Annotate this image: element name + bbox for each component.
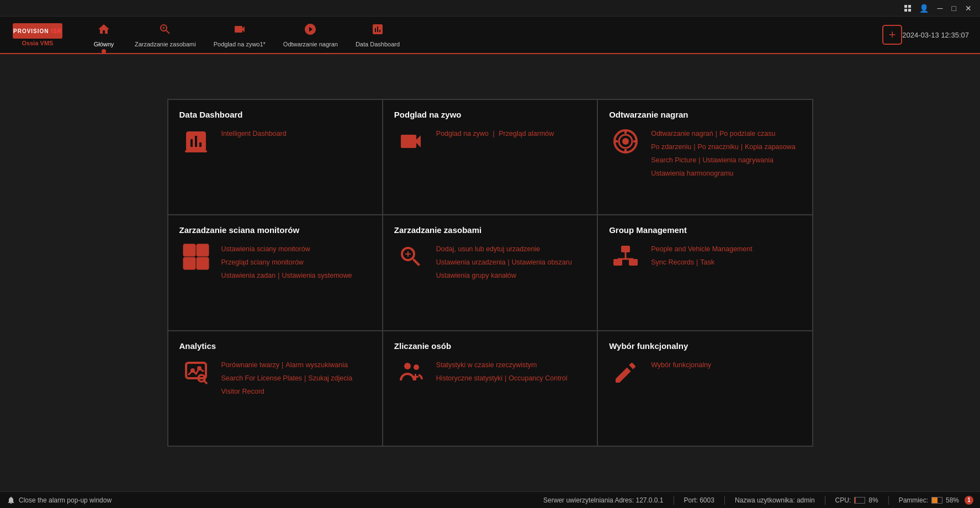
tools-card-icon	[398, 244, 424, 270]
card-title-podglad: Podglad na zywo	[394, 110, 586, 119]
svg-point-2	[622, 138, 629, 145]
card-body-data-dashboard: Intelligent Dashboard	[179, 128, 371, 155]
link-people-vehicle[interactable]: People and Vehicle Management	[651, 244, 752, 255]
add-tab-button[interactable]: +	[882, 25, 902, 45]
nav-item-zywo[interactable]: Podglad na zywo1*	[205, 16, 274, 54]
card-title-wybor: Wybór funkcjonalny	[609, 341, 801, 351]
server-section: Serwer uwierzytelniania Adres: 127.0.0.1	[543, 496, 663, 504]
dashboard-icon	[183, 128, 209, 155]
wybor-icon-wrap	[609, 359, 642, 386]
link-przeglad-sciany[interactable]: Przegląd sciany monitorów	[221, 257, 352, 268]
nav-item-zasoby[interactable]: Zarzadzanie zasobami	[126, 16, 205, 54]
link-wybor-funkcjonalny[interactable]: Wybór funkcjonalny	[651, 359, 711, 371]
minimize-button[interactable]: ─	[935, 3, 946, 14]
notification-badge[interactable]: 1	[965, 496, 973, 505]
link-ustawienia-harmonogramu[interactable]: Ustawienia harmonogramu	[651, 168, 796, 179]
card-podglad-na-zywo[interactable]: Podglad na zywo Podglad na zywo | Przegl…	[383, 99, 597, 215]
card-links-group: People and Vehicle Management Sync Recor…	[651, 244, 752, 268]
card-links-podglad: Podglad na zywo | Przegląd alarmów	[436, 128, 554, 139]
chart-icon	[371, 23, 384, 39]
link-podglad-zywo[interactable]: Podglad na zywo | Przegląd alarmów	[436, 128, 554, 139]
card-group-management[interactable]: Group Management People and Vehicle Mana…	[597, 215, 812, 330]
status-divider-2	[724, 496, 725, 505]
home-icon	[97, 23, 110, 39]
svg-rect-13	[613, 259, 622, 266]
card-links-odtwarzanie: Odtwarzanie nagrań|Po podziale czasu Po …	[651, 128, 796, 179]
status-divider-3	[825, 496, 825, 505]
dashboard-icon-wrap	[179, 128, 213, 155]
analytics-icon	[183, 359, 209, 386]
card-body-zasoby: Dodaj, usun lub edytuj urzadzenie Ustawi…	[394, 244, 586, 281]
link-ustawienia-sciany[interactable]: Ustawienia sciany monitorów	[221, 244, 352, 255]
card-body-sciana: Ustawienia sciany monitorów Przegląd sci…	[179, 244, 371, 281]
monitor-wall-icon	[183, 244, 209, 270]
nav-item-nagrania[interactable]: Odtwarzanie nagran	[274, 16, 347, 54]
zliczanie-icon-wrap	[394, 359, 427, 386]
zasoby-icon-wrap	[394, 244, 427, 270]
card-links-data-dashboard: Intelligent Dashboard	[221, 128, 287, 139]
link-historyczne[interactable]: Historyczne statystyki|Occupancy Control	[436, 373, 568, 384]
svg-rect-11	[197, 258, 208, 269]
cpu-value: 8%	[868, 496, 878, 504]
link-odtwarzanie-zdarzenie[interactable]: Po zdarzeniu|Po znaczniku|Kopia zapasowa	[651, 141, 796, 152]
link-search-picture[interactable]: Search Picture|Ustawienia nagrywania	[651, 155, 796, 166]
tools-icon	[158, 23, 172, 39]
user-section: Nazwa uzytkownika: admin	[735, 496, 815, 504]
card-title-data-dashboard: Data Dashboard	[179, 110, 371, 119]
card-data-dashboard[interactable]: Data Dashboard Intelligent Dashboard	[168, 99, 383, 215]
podglad-icon-wrap	[394, 128, 427, 155]
svg-rect-8	[184, 245, 195, 256]
memory-label: Pammiec:	[899, 496, 928, 504]
memory-value: 58%	[946, 496, 959, 504]
film-icon	[304, 23, 317, 39]
card-title-zasoby: Zarzadzanie zasobami	[394, 225, 586, 235]
svg-rect-9	[197, 245, 208, 256]
window-controls: 👤 ─ □ ✕	[904, 3, 974, 14]
server-text: Serwer uwierzytelniania Adres: 127.0.0.1	[543, 496, 663, 504]
memory-bar	[931, 497, 942, 504]
alarm-text[interactable]: Close the alarm pop-up window	[19, 496, 112, 504]
card-title-odtwarzanie: Odtwarzanie nagran	[609, 110, 801, 119]
status-divider-1	[674, 496, 674, 505]
link-intelligent-dashboard[interactable]: Intelligent Dashboard	[221, 128, 287, 139]
card-body-odtwarzanie: Odtwarzanie nagrań|Po podziale czasu Po …	[609, 128, 801, 179]
film-card-icon	[612, 128, 639, 155]
logo-subtitle: Ossia VMS	[22, 40, 54, 46]
card-sciana-monitorow[interactable]: Zarzadzanie sciana monitorów Ustawienia …	[168, 215, 383, 330]
card-title-analytics: Analytics	[179, 341, 371, 351]
link-statystyki-czas[interactable]: Statystyki w czasie rzeczywistym	[436, 359, 568, 371]
user-icon[interactable]: 👤	[917, 3, 931, 14]
link-odtwarzanie-czas[interactable]: Odtwarzanie nagrań|Po podziale czasu	[651, 128, 796, 139]
logo: PROVISION ISR	[13, 23, 62, 39]
card-zarzadzanie-zasobami[interactable]: Zarzadzanie zasobami Dodaj, usun lub edy…	[383, 215, 597, 330]
camera-card-icon	[398, 128, 424, 155]
status-divider-4	[888, 496, 889, 505]
close-button[interactable]: ✕	[962, 3, 974, 14]
card-zliczanie-osob[interactable]: Zliczanie osób Statystyki w czasie rzecz…	[383, 331, 597, 446]
link-ustawienia-zadan[interactable]: Ustawienia zadan|Ustawienia systemowe	[221, 270, 352, 281]
link-ustawienia-urzadzenia[interactable]: Ustawienia urzadzenia|Ustawienia obszaru	[436, 257, 572, 268]
link-visitor-record[interactable]: Visitor Record	[221, 386, 353, 397]
port-text: Port: 6003	[684, 496, 714, 504]
nav-item-dashboard[interactable]: Data Dashboard	[347, 16, 409, 54]
card-body-zliczanie: Statystyki w czasie rzeczywistym History…	[394, 359, 586, 386]
card-links-sciana: Ustawienia sciany monitorów Przegląd sci…	[221, 244, 352, 281]
card-analytics[interactable]: Analytics Porównanie twarzy|Alarm wyszuk…	[168, 331, 383, 446]
link-sync-records[interactable]: Sync Records|Task	[651, 257, 752, 268]
restore-button[interactable]: □	[949, 3, 959, 14]
card-wybor-funkcjonalny[interactable]: Wybór funkcjonalny Wybór funkcjonalny	[597, 331, 812, 446]
dashboard-grid: Data Dashboard Intelligent Dashboard Pod…	[167, 99, 813, 447]
link-ustawienia-grupy[interactable]: Ustawienia grupy kanałów	[436, 270, 572, 281]
link-porownanie-twarzy[interactable]: Porównanie twarzy|Alarm wyszukiwania	[221, 359, 353, 371]
link-dodaj-urzadzenie[interactable]: Dodaj, usun lub edytuj urzadzenie	[436, 244, 572, 255]
link-search-plates[interactable]: Search For License Plates|Szukaj zdjecia	[221, 373, 353, 384]
grid-icon[interactable]	[904, 5, 911, 12]
alarm-icon	[7, 496, 15, 505]
cpu-bar	[854, 497, 865, 504]
sciana-icon-wrap	[179, 244, 213, 270]
card-odtwarzanie[interactable]: Odtwarzanie nagran Odtwarzanie	[597, 99, 812, 215]
memory-fill	[932, 498, 937, 503]
nav-label-nagrania: Odtwarzanie nagran	[283, 41, 338, 47]
card-title-group: Group Management	[609, 225, 801, 235]
nav-item-glowny[interactable]: Główny	[82, 16, 126, 54]
